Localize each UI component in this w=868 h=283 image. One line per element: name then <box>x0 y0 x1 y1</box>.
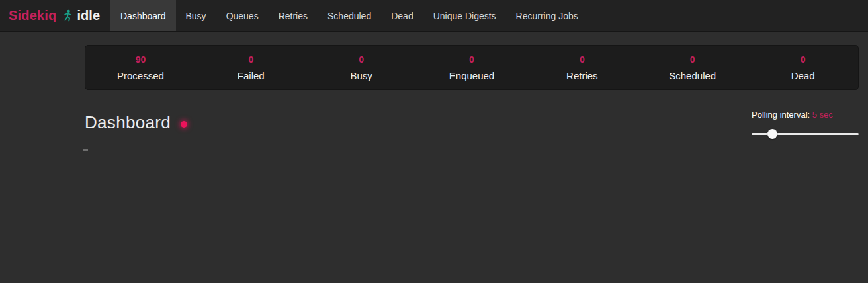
stat-label: Scheduled <box>637 70 748 81</box>
stat-value: 0 <box>196 54 306 65</box>
brand-name: Sidekiq <box>9 8 57 23</box>
nav-item-unique-digests[interactable]: Unique Digests <box>423 0 506 31</box>
stat-scheduled[interactable]: 0 Scheduled <box>637 50 748 85</box>
title-wrap: Dashboard <box>85 112 187 133</box>
nav-item-queues[interactable]: Queues <box>216 0 269 31</box>
stat-value: 0 <box>306 54 417 65</box>
nav-item-dashboard[interactable]: Dashboard <box>110 0 176 31</box>
polling-text: Polling interval: 5 sec <box>752 110 859 120</box>
main-nav: Dashboard Busy Queues Retries Scheduled … <box>110 0 588 31</box>
nav-item-scheduled[interactable]: Scheduled <box>318 0 381 31</box>
stats-summary-bar: 90 Processed 0 Failed 0 Busy 0 Enqueued … <box>85 45 859 90</box>
stat-value: 0 <box>748 54 858 65</box>
stat-value: 0 <box>417 54 527 65</box>
stat-label: Failed <box>196 70 306 81</box>
stat-label: Dead <box>748 70 858 81</box>
page-title: Dashboard <box>85 112 171 133</box>
stat-label: Enqueued <box>417 70 527 81</box>
nav-item-dead[interactable]: Dead <box>381 0 423 31</box>
ninja-icon <box>62 9 74 23</box>
stat-label: Processed <box>85 70 196 81</box>
nav-item-retries[interactable]: Retries <box>269 0 318 31</box>
stat-value: 0 <box>637 54 748 65</box>
process-status: idle <box>77 8 100 23</box>
stat-busy[interactable]: 0 Busy <box>306 50 417 85</box>
stat-retries[interactable]: 0 Retries <box>527 50 637 85</box>
stat-label: Busy <box>306 70 417 81</box>
nav-item-recurring-jobs[interactable]: Recurring Jobs <box>506 0 588 31</box>
stat-enqueued[interactable]: 0 Enqueued <box>417 50 527 85</box>
polling-slider[interactable] <box>752 129 859 139</box>
dashboard-content: 90 Processed 0 Failed 0 Busy 0 Enqueued … <box>85 45 859 283</box>
stat-dead[interactable]: 0 Dead <box>748 50 858 85</box>
realtime-chart <box>85 149 859 283</box>
top-navbar: Sidekiq idle Dashboard Busy Queues Retri… <box>0 0 868 32</box>
nav-item-busy[interactable]: Busy <box>176 0 216 31</box>
page-header: Dashboard Polling interval: 5 sec <box>85 110 859 139</box>
brand-link[interactable]: Sidekiq idle <box>0 0 105 31</box>
polling-control: Polling interval: 5 sec <box>752 110 859 139</box>
stat-value: 90 <box>85 54 196 65</box>
chart-y-axis-tick <box>83 149 88 151</box>
live-beacon-icon <box>181 121 187 128</box>
slider-thumb-icon[interactable] <box>767 129 777 139</box>
polling-value: 5 sec <box>812 110 833 120</box>
polling-label: Polling interval: <box>752 110 810 120</box>
stat-value: 0 <box>527 54 637 65</box>
stat-label: Retries <box>527 70 637 81</box>
stat-processed[interactable]: 90 Processed <box>85 50 196 85</box>
stat-failed[interactable]: 0 Failed <box>196 50 306 85</box>
